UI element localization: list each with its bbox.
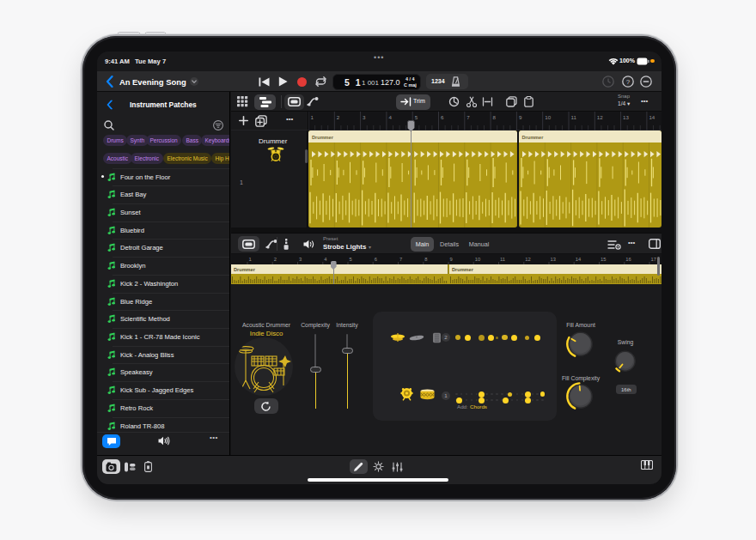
- svg-text:5: 5: [415, 114, 418, 120]
- svg-text:17: 17: [651, 257, 656, 262]
- svg-text:12: 12: [525, 257, 530, 262]
- svg-text:3: 3: [363, 114, 366, 120]
- svg-text:4: 4: [388, 114, 392, 120]
- svg-text:10: 10: [545, 114, 551, 120]
- svg-text:15: 15: [601, 257, 606, 262]
- svg-text:13: 13: [551, 257, 556, 262]
- svg-text:6: 6: [375, 257, 377, 262]
- svg-text:6: 6: [441, 114, 444, 120]
- svg-text:4: 4: [324, 257, 327, 262]
- svg-text:11: 11: [571, 114, 577, 120]
- svg-text:1: 1: [249, 257, 252, 262]
- svg-text:14: 14: [649, 114, 655, 120]
- svg-text:8: 8: [493, 114, 497, 120]
- svg-text:9: 9: [450, 257, 453, 262]
- svg-text:11: 11: [500, 257, 505, 262]
- svg-text:14: 14: [576, 257, 582, 262]
- svg-text:?: ?: [626, 78, 631, 86]
- svg-text:13: 13: [623, 114, 629, 120]
- svg-text:9: 9: [519, 114, 522, 120]
- svg-text:16: 16: [625, 257, 631, 262]
- svg-text:5: 5: [350, 257, 352, 262]
- svg-text:12: 12: [597, 114, 603, 120]
- svg-text:7: 7: [399, 257, 402, 262]
- svg-text:8: 8: [424, 257, 427, 262]
- svg-text:2: 2: [337, 114, 340, 120]
- svg-text:10: 10: [475, 257, 480, 262]
- svg-text:2: 2: [274, 257, 277, 262]
- svg-text:7: 7: [466, 114, 470, 120]
- svg-text:3: 3: [299, 257, 302, 262]
- svg-text:1: 1: [311, 114, 314, 120]
